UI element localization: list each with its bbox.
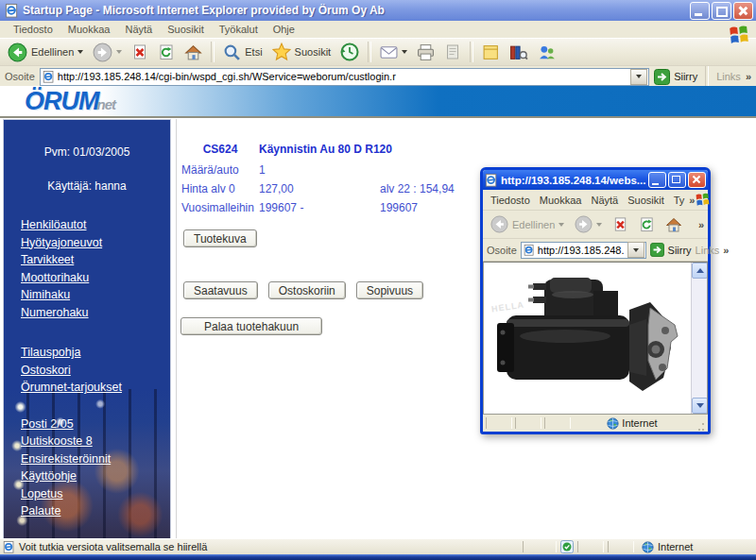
ie-document-icon [5,4,19,18]
back-label: Edellinen [31,46,74,58]
popup-menu-suosikit[interactable]: Suosikit [623,194,669,207]
edit-button[interactable] [440,42,465,62]
menu-muokkaa[interactable]: Muokkaa [60,23,118,36]
availability-button[interactable]: Saatavuus [183,281,258,299]
popup-back-button[interactable]: Edellinen [487,214,568,234]
popup-toolbar-chevron[interactable]: » [698,219,704,230]
popup-menu-nayta[interactable]: Näytä [586,194,623,207]
scroll-up-button[interactable] [692,263,708,279]
sidebar-item-tilauspohja[interactable]: Tilauspohja [21,344,170,362]
globe-icon [607,417,619,430]
popup-forward-dropdown-icon [596,223,602,227]
links-chevron[interactable]: » [746,71,751,82]
price-value: 127,00 [259,179,380,198]
menu-tiedosto[interactable]: Tiedosto [6,23,60,36]
popup-menu-muokkaa[interactable]: Muokkaa [535,194,587,207]
ie-page-icon [524,245,535,256]
popup-titlebar[interactable]: http://193.185.248.14/webs... [483,170,708,190]
address-input[interactable]: http://193.185.248.14/cgi-bin/wspd_cgi.s… [40,68,649,86]
sidebar-item-tarjoukset[interactable]: Örumnet-tarjoukset [21,379,170,397]
sidebar-item-henkiloautot[interactable]: Henkilöautot [21,216,170,234]
sidebar-item-posti[interactable]: Posti 2/05 [21,416,170,433]
close-button[interactable] [733,2,753,20]
mail-dropdown-icon[interactable] [402,50,407,54]
research-button[interactable] [506,42,532,62]
popup-forward-button[interactable] [571,214,606,234]
zone-label: Internet [658,541,693,552]
print-button[interactable] [413,42,438,62]
popup-title: http://193.185.248.14/webs... [501,175,646,186]
search-icon [223,43,241,61]
popup-close-button[interactable] [688,172,706,188]
popup-menu-tiedosto[interactable]: Tiedosto [486,194,535,207]
refresh-button[interactable] [154,42,179,62]
menu-suosikit[interactable]: Suosikit [160,23,212,36]
sidebar-item-tarvikkeet[interactable]: Tarvikkeet [21,251,170,269]
popup-links-label[interactable]: Links [696,245,720,256]
main-titlebar[interactable]: Startup Page - Microsoft Internet Explor… [0,0,756,21]
mail-button[interactable] [376,43,411,60]
messenger-button[interactable] [534,42,560,62]
home-button[interactable] [180,42,206,62]
go-button[interactable]: Siirry [654,69,697,85]
status-pane [608,541,634,552]
menu-ohje[interactable]: Ohje [266,23,302,36]
windows-flag-icon [728,24,750,46]
windows-flag-icon [695,192,711,208]
sidebar-item-nimihaku[interactable]: Nimihaku [21,286,170,304]
back-to-search-button[interactable]: Palaa tuotehakuun [180,317,322,335]
address-url: http://193.185.248.14/cgi-bin/wspd_cgi.s… [58,71,627,82]
sidebar-item-uutiskooste[interactable]: Uutiskooste 8 [21,433,170,450]
restore-button[interactable] [712,2,731,20]
product-image-button[interactable]: Tuotekuva [183,229,257,247]
popup-back-label: Edellinen [512,219,555,230]
ie-page-icon [43,71,55,83]
menu-tyokalut[interactable]: Työkalut [212,23,266,36]
forward-dropdown-icon[interactable] [116,50,122,54]
minimize-button[interactable] [690,2,710,20]
notes-button[interactable] [478,42,504,62]
back-dropdown-icon[interactable] [77,50,83,54]
sidebar-item-ensirekisteroinnit[interactable]: Ensirekisteröinnit [21,450,170,468]
resize-grip[interactable] [696,422,705,432]
product-name: Käynnistin Au 80 D R120 [259,140,754,159]
address-dropdown-button[interactable] [630,69,647,85]
popup-scrollbar[interactable] [691,263,707,414]
orum-logo-suffix: net [97,96,116,112]
sidebar-item-lopetus[interactable]: Lopetus [21,485,170,503]
forward-button[interactable] [89,42,126,63]
popup-links-chevron[interactable]: » [723,245,729,256]
ie-document-icon [485,174,498,187]
popup-home-button[interactable] [662,215,686,234]
orum-logo-brand: ÖRUM [25,87,99,115]
back-button[interactable]: Edellinen [4,42,87,63]
sidebar-item-ostoskori[interactable]: Ostoskori [21,362,170,380]
popup-back-dropdown-icon [558,223,564,227]
popup-address-input[interactable]: http://193.185.248. [521,242,646,259]
search-button[interactable]: Etsi [219,42,266,62]
sidebar-item-moottorihaku[interactable]: Moottorihaku [21,269,170,287]
sidebar-item-numerohaku[interactable]: Numerohaku [21,304,170,322]
popup-go-button[interactable]: Siirry [650,243,692,257]
go-arrow-icon [650,243,664,257]
favorites-button[interactable]: Suosikit [268,42,335,62]
history-button[interactable] [336,42,363,62]
fitment-button[interactable]: Sopivuus [356,281,423,299]
popup-maximize-button[interactable] [668,172,686,188]
sidebar-item-kayttoohje[interactable]: Käyttöohje [21,467,170,485]
menu-nayta[interactable]: Näytä [117,23,160,36]
popup-zone-label: Internet [622,417,657,429]
links-label[interactable]: Links [716,71,741,82]
popup-menu-tyokalut[interactable]: Ty [669,194,690,207]
sidebar-item-hyotyajoneuvot[interactable]: Hyötyajoneuvot [21,234,170,252]
popup-refresh-button[interactable] [635,215,659,234]
popup-minimize-button[interactable] [648,172,666,188]
stop-button[interactable] [128,42,152,62]
popup-stop-button[interactable] [609,215,632,234]
scroll-down-button[interactable] [692,398,708,414]
mail-icon [380,44,398,59]
popup-address-dropdown-button[interactable] [627,242,644,258]
sidebar-item-palaute[interactable]: Palaute [21,502,170,520]
product-image-popup[interactable]: http://193.185.248.14/webs... Tiedosto M… [480,167,711,434]
add-to-cart-button[interactable]: Ostoskoriin [268,281,346,299]
